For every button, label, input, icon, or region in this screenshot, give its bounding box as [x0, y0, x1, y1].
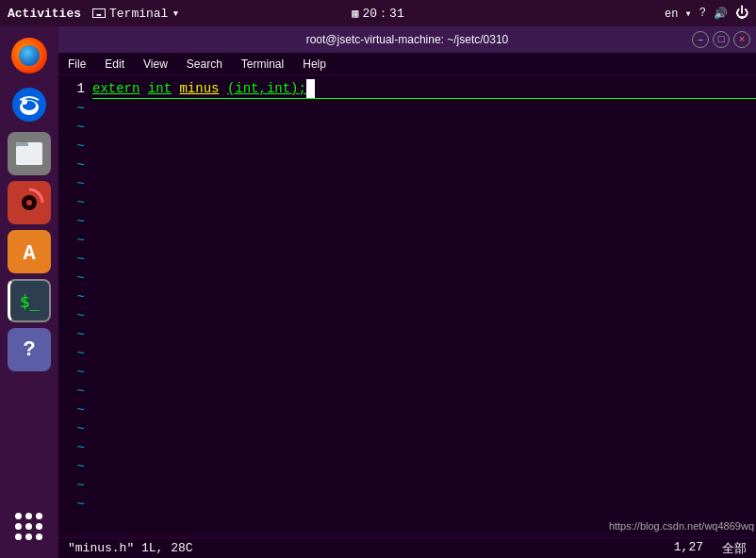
menu-terminal[interactable]: Terminal: [238, 56, 288, 73]
terminal-window: root@jsetc-virtual-machine: ~/jsetc/0310…: [58, 26, 756, 558]
tilde-char: ~: [58, 344, 92, 363]
file-info: "minus.h" 1L, 28C: [68, 541, 193, 555]
tilde-line: ~: [58, 476, 756, 495]
sidebar-item-files[interactable]: [8, 132, 51, 175]
tilde-char: ~: [58, 193, 92, 212]
sidebar-item-terminal[interactable]: $_: [8, 279, 51, 322]
tilde-line: ~: [58, 344, 756, 363]
menu-view[interactable]: View: [140, 56, 172, 73]
menu-edit[interactable]: Edit: [101, 56, 128, 73]
tilde-char: ~: [58, 212, 92, 231]
tilde-line: ~: [58, 269, 756, 287]
tilde-line: ~: [58, 174, 756, 193]
terminal-menu[interactable]: ▬ Terminal ▾: [92, 6, 179, 21]
clock-display: ▦ 20：31: [352, 5, 403, 22]
scroll-position: 全部: [722, 540, 747, 557]
tilde-char: ~: [58, 137, 92, 156]
window-controls: – □ ×: [692, 31, 750, 48]
activities-button[interactable]: Activities: [8, 7, 81, 21]
rhythmbox-icon: [12, 186, 46, 220]
grid-icon: [15, 513, 43, 541]
tilde-line: ~: [58, 99, 756, 118]
editor-area[interactable]: 1 extern int minus (int,int); ~~~~~~~~~~…: [58, 75, 756, 537]
network-icon[interactable]: ?: [699, 7, 706, 20]
volume-icon[interactable]: 🔊: [714, 7, 728, 21]
line-1-content: extern int minus (int,int);: [92, 79, 756, 99]
tilde-line: ~: [58, 118, 756, 137]
menu-bar: File Edit View Search Terminal Help: [58, 53, 756, 75]
tilde-char: ~: [58, 250, 92, 269]
lang-indicator[interactable]: en ▾: [665, 7, 692, 21]
tilde-line: ~: [58, 287, 756, 306]
tilde-char: ~: [58, 495, 92, 514]
power-icon[interactable]: ⏻: [735, 6, 748, 21]
firefox-globe-icon: [19, 45, 40, 66]
tilde-char: ~: [58, 401, 92, 419]
keyword-extern: extern: [92, 81, 140, 96]
tilde-line: ~: [58, 382, 756, 401]
menu-search[interactable]: Search: [183, 56, 226, 73]
tilde-line: ~: [58, 156, 756, 174]
tilde-char: ~: [58, 457, 92, 476]
tilde-line: ~: [58, 193, 756, 212]
title-bar: root@jsetc-virtual-machine: ~/jsetc/0310…: [58, 26, 756, 53]
svg-point-9: [26, 200, 32, 205]
terminal-menu-icon: ▬: [92, 8, 106, 18]
svg-point-3: [22, 99, 27, 105]
svg-text:A: A: [23, 242, 36, 266]
sidebar-item-help[interactable]: ?: [8, 328, 51, 371]
watermark: https://blog.csdn.net/wq4869wq: [609, 520, 754, 532]
tilde-line: ~: [58, 419, 756, 438]
files-icon: [12, 137, 46, 171]
time-display: 20：31: [363, 5, 404, 22]
top-bar: Activities ▬ Terminal ▾ ▦ 20：31 en ▾ ? 🔊…: [0, 0, 756, 26]
tilde-char: ~: [58, 174, 92, 193]
tilde-char: ~: [58, 269, 92, 287]
close-button[interactable]: ×: [733, 31, 750, 48]
line-number-1: 1: [58, 79, 92, 98]
system-tray: en ▾ ? 🔊 ⏻: [665, 6, 748, 21]
tilde-line: ~: [58, 363, 756, 382]
tilde-line: ~: [58, 457, 756, 476]
tilde-line: ~: [58, 438, 756, 457]
sidebar-item-rhythmbox[interactable]: [8, 181, 51, 224]
sidebar-item-appstore[interactable]: A: [8, 230, 51, 273]
maximize-button[interactable]: □: [713, 31, 730, 48]
thunderbird-icon: [11, 87, 47, 123]
status-bar: "minus.h" 1L, 28C 1,27 全部: [58, 537, 756, 558]
tilde-char: ~: [58, 419, 92, 438]
sidebar-item-firefox[interactable]: [8, 34, 51, 77]
tilde-line: ~: [58, 401, 756, 419]
tilde-char: ~: [58, 118, 92, 137]
help-icon: ?: [23, 338, 35, 362]
calendar-icon: ▦: [352, 7, 358, 21]
sidebar-bottom: [8, 505, 51, 549]
tilde-char: ~: [58, 476, 92, 495]
tilde-line: ~: [58, 250, 756, 269]
tilde-char: ~: [58, 438, 92, 457]
svg-rect-6: [16, 146, 42, 165]
cursor-pos-display: 1,27: [674, 540, 703, 557]
appstore-icon: A: [12, 235, 46, 269]
menu-help[interactable]: Help: [299, 56, 330, 73]
tilde-line: ~: [58, 306, 756, 325]
tilde-char: ~: [58, 325, 92, 344]
keyword-int: int: [148, 81, 172, 96]
minimize-button[interactable]: –: [692, 31, 709, 48]
menu-file[interactable]: File: [64, 56, 90, 73]
terminal-menu-label: Terminal: [109, 7, 168, 21]
tilde-line: ~: [58, 212, 756, 231]
sidebar-item-thunderbird[interactable]: [8, 83, 51, 126]
function-name: minus: [179, 81, 219, 96]
editor-line-1: 1 extern int minus (int,int);: [58, 79, 756, 99]
params: (int,int): [227, 81, 299, 96]
tilde-char: ~: [58, 382, 92, 401]
tilde-line: ~: [58, 231, 756, 250]
tilde-line: ~: [58, 137, 756, 156]
firefox-icon: [11, 38, 47, 74]
sidebar-item-appgrid[interactable]: [8, 505, 51, 549]
tilde-char: ~: [58, 231, 92, 250]
terminal-app-icon: $_: [20, 291, 41, 311]
tilde-char: ~: [58, 156, 92, 174]
sidebar: A $_ ?: [0, 26, 58, 558]
